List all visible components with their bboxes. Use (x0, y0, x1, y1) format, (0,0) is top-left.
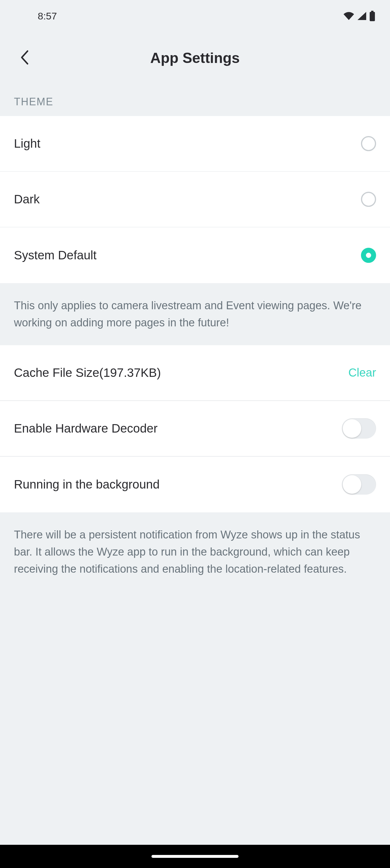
status-bar: 8:57 (0, 0, 390, 32)
status-time: 8:57 (38, 10, 57, 22)
theme-option-system-default[interactable]: System Default (0, 227, 390, 283)
theme-option-label: System Default (14, 248, 97, 262)
cache-label: Cache File Size(197.37KB) (14, 366, 161, 380)
theme-option-dark[interactable]: Dark (0, 172, 390, 227)
background-toggle[interactable] (342, 474, 376, 495)
svg-rect-1 (370, 12, 375, 21)
theme-option-label: Light (14, 137, 40, 151)
settings-group: Cache File Size(197.37KB) Clear Enable H… (0, 345, 390, 512)
radio-icon (361, 136, 376, 151)
theme-description: This only applies to camera livestream a… (0, 283, 390, 345)
section-header-theme: THEME (0, 84, 390, 116)
background-label: Running in the background (14, 477, 159, 491)
radio-icon (361, 192, 376, 207)
radio-icon (361, 248, 376, 263)
theme-options: Light Dark System Default (0, 116, 390, 283)
background-description: There will be a persistent notification … (0, 512, 390, 592)
home-indicator[interactable] (151, 855, 239, 858)
battery-icon (369, 11, 376, 21)
theme-option-light[interactable]: Light (0, 116, 390, 172)
theme-option-label: Dark (14, 192, 40, 206)
status-icons (343, 11, 376, 21)
cellular-icon (357, 11, 367, 21)
page-title: App Settings (0, 50, 390, 66)
clear-cache-button[interactable]: Clear (348, 366, 376, 379)
wifi-icon (343, 11, 355, 21)
header: App Settings (0, 32, 390, 84)
hardware-decoder-row: Enable Hardware Decoder (0, 401, 390, 457)
svg-rect-0 (371, 11, 373, 12)
cache-row: Cache File Size(197.37KB) Clear (0, 345, 390, 401)
hardware-decoder-toggle[interactable] (342, 418, 376, 439)
chevron-left-icon (20, 50, 30, 66)
back-button[interactable] (16, 49, 33, 67)
system-nav-bar (0, 845, 390, 868)
hardware-decoder-label: Enable Hardware Decoder (14, 422, 157, 435)
background-row: Running in the background (0, 457, 390, 512)
